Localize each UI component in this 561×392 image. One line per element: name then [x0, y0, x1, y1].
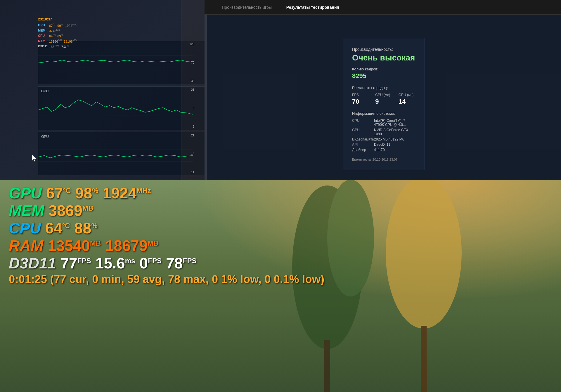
bhud-d3d-fps2: 0FPS	[139, 256, 162, 271]
hud-cpu-label: CPU	[38, 34, 47, 38]
hud-gpu-label: GPU	[38, 23, 47, 27]
bhud-cpu-row: CPU 64°C 88%	[9, 221, 324, 236]
cpu-graph: CPU 21 9 6	[38, 86, 205, 130]
bhud-gpu-row: GPU 67°C 98% 1924MHz	[9, 185, 324, 201]
bhud-d3d-ms: 15.6ms	[95, 256, 135, 271]
sys-vram-row: Видеопамять 2925 М6 / 8192 М6	[352, 137, 416, 141]
sys-api-row: API DirectX 11	[352, 143, 416, 147]
svg-point-13	[386, 180, 462, 329]
sys-vram-val: 2925 М6 / 8192 М6	[374, 137, 404, 141]
svg-rect-14	[421, 326, 427, 392]
hud-d3d-fps: 136FPS	[49, 44, 60, 49]
cpu-graph-svg	[38, 87, 205, 130]
frames-label: Кол-во кадров:	[352, 67, 416, 71]
hieroglyphic-decoration	[181, 0, 205, 180]
bhud-cpu-load: 88%	[75, 221, 98, 236]
bhud-gpu-clock: 1924MHz	[103, 185, 151, 201]
fps-metric: FPS 70	[352, 93, 369, 105]
cpu-ms-header: CPU (мс)	[375, 93, 392, 97]
graphs-area: 123 70 35 CPU 21 9	[38, 41, 205, 180]
cpu-ms-value: 9	[375, 98, 392, 105]
hud-cpu-row: CPU 64°C 69%	[38, 33, 78, 39]
avg-label: Результаты (средн.):	[352, 86, 416, 90]
bottom-section: GPU 67°C 98% 1924MHz MEM 3869MB CPU 64°C…	[0, 180, 561, 392]
gpu-metric: GPU (мс) 14	[399, 93, 416, 105]
hud-ram-label: RAM	[38, 39, 47, 43]
perf-value: Очень высокая	[352, 53, 416, 63]
svg-rect-12	[324, 340, 330, 392]
hud-cpu-load: 69%	[57, 33, 63, 39]
hud-gpu-load: 99%	[57, 23, 63, 28]
cursor	[32, 155, 38, 162]
fps-header: FPS	[352, 93, 369, 97]
sys-cpu-row: CPU Intel(R) Core(TM) i7-4790K CPU @ 4.0…	[352, 119, 416, 127]
bottom-hud: GPU 67°C 98% 1924MHz MEM 3869MB CPU 64°C…	[9, 185, 324, 286]
hud-d3d-label: D3D11	[38, 44, 47, 48]
hud-mem-label: MEM	[38, 28, 47, 33]
sys-driver-val: 411.70	[374, 148, 385, 152]
frames-value: 8295	[352, 72, 416, 80]
right-panel: Производительность: Очень высокая Кол-во…	[207, 0, 561, 180]
hud-ram-val1: 13166MB	[49, 39, 62, 44]
sys-info-label: Информация о системе:	[352, 111, 416, 116]
bhud-cpu-temp: 64°C	[45, 221, 70, 236]
bhud-cpu-label: CPU	[9, 221, 41, 236]
hud-time: 23:10:37	[38, 17, 78, 22]
gpu-graph-label: GPU	[41, 135, 49, 139]
test-time: Время теста: 20.10.2018 23:07	[352, 158, 416, 161]
hud-gpu-row: GPU 67°C 99% 1924MHz	[38, 23, 78, 28]
tree-decoration-2	[371, 180, 473, 392]
sys-cpu-key: CPU	[352, 119, 374, 127]
svg-marker-9	[32, 155, 36, 162]
bhud-d3d-fps3: 78FPS	[166, 256, 197, 271]
svg-rect-6	[38, 132, 205, 175]
sys-vram-key: Видеопамять	[352, 137, 374, 141]
sys-cpu-val: Intel(R) Core(TM) i7-4790K CPU @ 4.0...	[374, 119, 416, 127]
sys-gpu-val: NVIDIA GeForce GTX 1080	[374, 128, 416, 136]
gpu-ms-value: 14	[399, 98, 416, 105]
tab-results[interactable]: Результаты тестирования	[283, 4, 342, 11]
hud-mem-row: MEM 3748MB	[38, 28, 78, 33]
hud-stats: 23:10:37 GPU 67°C 99% 1924MHz MEM 3748MB…	[38, 17, 78, 49]
tab-performance[interactable]: Производительность игры	[219, 4, 275, 11]
bhud-ram-row: RAM 13540MB 18679MB	[9, 238, 324, 253]
svg-point-11	[327, 180, 374, 296]
cpu-graph-label: CPU	[41, 89, 49, 93]
sys-driver-key: Драйвер	[352, 148, 374, 152]
gpu-graph: GPU 21 14 11	[38, 132, 205, 175]
hud-gpu-clock: 1924MHz	[65, 23, 78, 28]
top-section: Производительность игры Результаты тести…	[0, 0, 561, 180]
bhud-ram-label: RAM	[9, 238, 43, 253]
hud-mem-val: 3748MB	[49, 28, 60, 33]
hud-gpu-temp: 67°C	[49, 23, 56, 28]
bhud-mem-row: MEM 3869MB	[9, 203, 324, 218]
results-card: Производительность: Очень высокая Кол-во…	[343, 38, 425, 170]
bhud-d3d-fps: 77FPS	[60, 256, 91, 271]
gpu-ms-header: GPU (мс)	[399, 93, 416, 97]
hud-ram-val2: 18198MB	[64, 39, 77, 44]
panel-separator	[205, 0, 207, 180]
left-panel: 23:10:37 GPU 67°C 99% 1924MHz MEM 3748MB…	[0, 0, 205, 180]
bhud-gpu-label: GPU	[9, 185, 42, 201]
bhud-d3d-label: D3D11	[9, 256, 56, 271]
sys-gpu-row: GPU NVIDIA GeForce GTX 1080	[352, 128, 416, 136]
hud-ram-row: RAM 13166MB 18198MB	[38, 39, 78, 44]
bhud-d3d-row: D3D11 77FPS 15.6ms 0FPS 78FPS	[9, 256, 324, 271]
hud-d3d-row: D3D11 136FPS 7.3ms	[38, 44, 78, 49]
sys-api-val: DirectX 11	[374, 143, 390, 147]
bhud-mem-val: 3869MB	[49, 203, 93, 218]
sys-api-key: API	[352, 143, 374, 147]
bhud-ram-val2: 18679MB	[105, 238, 158, 253]
bhud-gpu-load: 98%	[75, 185, 98, 201]
bhud-ram-val1: 13540MB	[48, 238, 101, 253]
bhud-mem-label: MEM	[9, 203, 44, 218]
bhud-summary: 0:01:25 (77 cur, 0 min, 59 avg, 78 max, …	[9, 273, 324, 286]
metrics-row: FPS 70 CPU (мс) 9 GPU (мс) 14	[352, 93, 416, 105]
gpu-graph-svg	[38, 132, 205, 175]
svg-rect-3	[38, 87, 205, 130]
sys-gpu-key: GPU	[352, 128, 374, 136]
hud-d3d-ms: 7.3ms	[61, 44, 69, 49]
sys-driver-row: Драйвер 411.70	[352, 148, 416, 152]
cpu-metric: CPU (мс) 9	[375, 93, 392, 105]
hud-cpu-temp: 64°C	[49, 33, 56, 39]
